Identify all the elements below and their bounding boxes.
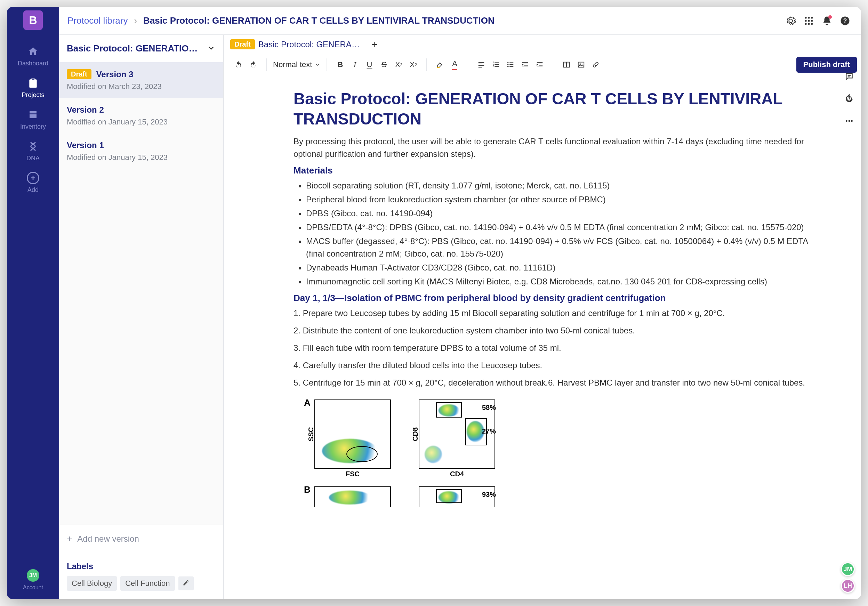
history-button[interactable] — [842, 92, 856, 106]
strike-button[interactable]: S — [377, 58, 391, 71]
protocol-title: Basic Protocol: GENERATION… — [67, 43, 199, 54]
subscript-button[interactable]: X2 — [406, 58, 420, 71]
comments-button[interactable] — [842, 70, 856, 84]
version-modified: Modified on January 15, 2023 — [67, 118, 215, 127]
nav-projects[interactable]: Projects — [7, 72, 59, 104]
align-button[interactable] — [474, 58, 488, 71]
svg-point-0 — [805, 17, 807, 19]
nav-label: Dashboard — [18, 60, 48, 67]
nav-dashboard[interactable]: Dashboard — [7, 40, 59, 72]
redo-button[interactable] — [246, 58, 260, 71]
svg-point-15 — [507, 62, 509, 63]
label-chip[interactable]: Cell Biology — [67, 576, 117, 591]
undo-button[interactable] — [232, 58, 245, 71]
nav-add[interactable]: + Add — [7, 167, 59, 198]
editor: Draft Basic Protocol: GENERA… + Normal t… — [224, 35, 861, 599]
editor-tab[interactable]: Draft Basic Protocol: GENERA… — [230, 39, 360, 50]
top-bar: Protocol library › Basic Protocol: GENER… — [59, 7, 861, 35]
svg-point-16 — [507, 64, 509, 65]
gear-icon — [786, 15, 796, 26]
presence-avatar[interactable]: LH — [841, 579, 855, 593]
apps-grid-icon — [804, 15, 814, 26]
labels-heading: Labels — [67, 561, 215, 571]
text-color-button[interactable]: A — [448, 58, 462, 71]
text-style-select[interactable]: Normal text — [270, 60, 324, 69]
nav-label: Account — [23, 584, 43, 591]
list-item: Peripheral blood from leukoreduction sys… — [306, 193, 826, 206]
svg-point-7 — [808, 23, 810, 25]
superscript-button[interactable]: X2 — [392, 58, 406, 71]
redo-icon — [250, 61, 257, 68]
highlight-button[interactable] — [433, 58, 447, 71]
image-button[interactable] — [574, 58, 588, 71]
axis-label: SSC — [307, 427, 315, 441]
nav-dna[interactable]: DNA — [7, 135, 59, 167]
bullet-list-button[interactable] — [504, 58, 518, 71]
nav-account[interactable]: JM Account — [7, 569, 59, 591]
svg-point-4 — [808, 20, 810, 22]
expand-button[interactable] — [206, 43, 215, 54]
figure-row-a: A SSC FSC CD8 — [315, 400, 826, 469]
svg-point-6 — [805, 23, 807, 25]
image-icon — [577, 61, 585, 68]
app-logo[interactable]: B — [23, 11, 43, 30]
nav-label: Add — [28, 186, 39, 194]
svg-point-1 — [808, 17, 810, 19]
more-button[interactable] — [842, 114, 856, 128]
edit-labels-button[interactable] — [178, 577, 194, 591]
version-modified: Modified on March 23, 2023 — [67, 82, 215, 91]
new-tab-button[interactable]: + — [372, 39, 378, 50]
italic-button[interactable]: I — [348, 58, 362, 71]
right-rail — [842, 70, 856, 128]
step: 3. Fill each tube with room temperature … — [293, 342, 826, 354]
nav-rail: B Dashboard Projects Inventory DNA — [7, 7, 59, 599]
step: 4. Carefully transfer the diluted blood … — [293, 359, 826, 372]
materials-list: Biocoll separating solution (RT, density… — [293, 180, 826, 288]
list-item: Immunomagnetic cell sorting Kit (MACS Mi… — [306, 275, 826, 288]
version-name: Version 1 — [67, 141, 104, 150]
svg-point-5 — [811, 20, 813, 22]
avatar: JM — [27, 569, 39, 582]
notifications-button[interactable] — [819, 13, 835, 28]
ul-icon — [507, 61, 514, 68]
chat-icon — [845, 72, 854, 81]
list-item: Dynabeads Human T-Activator CD3/CD28 (Gi… — [306, 262, 826, 274]
link-button[interactable] — [589, 58, 603, 71]
axis-label: CD8 — [411, 427, 419, 441]
align-left-icon — [477, 61, 485, 68]
breadcrumb-root[interactable]: Protocol library — [67, 15, 128, 26]
nav-inventory[interactable]: Inventory — [7, 104, 59, 135]
version-item[interactable]: Version 2 Modified on January 15, 2023 — [59, 98, 223, 133]
svg-point-3 — [805, 20, 807, 22]
undo-icon — [235, 61, 242, 68]
table-icon — [563, 61, 570, 68]
scatter-plot-partial: 93% — [419, 487, 495, 507]
version-item[interactable]: Draft Version 3 Modified on March 23, 20… — [59, 62, 223, 98]
tab-title: Basic Protocol: GENERA… — [258, 40, 360, 50]
materials-heading: Materials — [293, 165, 826, 176]
apps-button[interactable] — [801, 13, 817, 28]
settings-button[interactable] — [783, 13, 798, 28]
gate-pct: 93% — [482, 491, 496, 499]
breadcrumb-current: Basic Protocol: GENERATION OF CAR T CELL… — [143, 15, 494, 26]
indent-button[interactable] — [533, 58, 547, 71]
table-button[interactable] — [560, 58, 574, 71]
version-item[interactable]: Version 1 Modified on January 15, 2023 — [59, 133, 223, 169]
label-chip[interactable]: Cell Function — [120, 576, 175, 591]
document-body[interactable]: Basic Protocol: GENERATION OF CAR T CELL… — [293, 89, 826, 507]
box-icon — [27, 108, 39, 121]
bold-button[interactable]: B — [333, 58, 347, 71]
scatter-plot-partial — [315, 487, 391, 507]
svg-point-21 — [846, 120, 848, 122]
doc-intro: By processing this protocol, the user wi… — [293, 135, 826, 160]
presence-avatar[interactable]: JM — [841, 562, 855, 576]
help-button[interactable]: ? — [837, 13, 853, 28]
underline-button[interactable]: U — [363, 58, 376, 71]
add-version-button[interactable]: + Add new version — [59, 525, 223, 553]
list-item: MACS buffer (degassed, 4°-8°C): PBS (Gib… — [306, 235, 826, 260]
nav-label: DNA — [26, 155, 40, 162]
link-icon — [592, 61, 600, 68]
numbered-list-button[interactable]: 123 — [489, 58, 503, 71]
svg-point-22 — [848, 120, 850, 122]
outdent-button[interactable] — [518, 58, 532, 71]
